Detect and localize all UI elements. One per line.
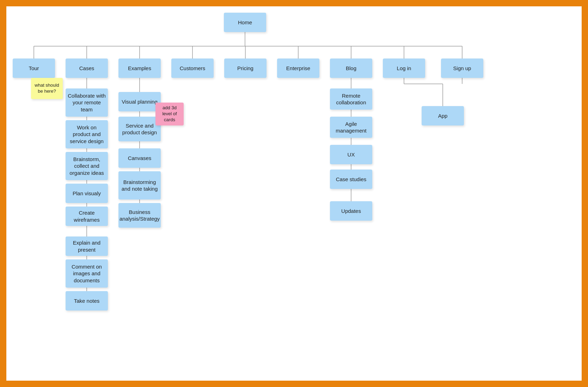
collab-card[interactable]: Collaborate with your remote team — [66, 88, 108, 117]
enterprise-card[interactable]: Enterprise — [277, 59, 319, 78]
brainstorm-collect-card[interactable]: Brainstorm, collect and organize ideas — [66, 152, 108, 180]
pricing-card[interactable]: Pricing — [224, 59, 267, 78]
comment-images-card[interactable]: Comment on images and documents — [66, 259, 108, 288]
case-studies-card[interactable]: Case studies — [330, 170, 372, 189]
cases-card[interactable]: Cases — [66, 59, 108, 78]
agile-mgmt-card[interactable]: Agile management — [330, 117, 372, 138]
explain-present-card[interactable]: Explain and present — [66, 236, 108, 256]
remote-collab-card[interactable]: Remote collaboration — [330, 88, 372, 110]
signup-card[interactable]: Sign up — [441, 59, 483, 78]
canvases-card[interactable]: Canvases — [118, 148, 161, 168]
login-card[interactable]: Log in — [383, 59, 425, 78]
sticky-what[interactable]: what should be here? — [31, 78, 63, 99]
business-analysis-card[interactable]: Business analysis/Strategy — [118, 203, 161, 228]
customers-card[interactable]: Customers — [171, 59, 214, 78]
visual-planning-card[interactable]: Visual planning — [118, 92, 161, 111]
ux-card[interactable]: UX — [330, 145, 372, 164]
plan-visually-card[interactable]: Plan visualy — [66, 184, 108, 203]
take-notes-card[interactable]: Take notes — [66, 291, 108, 311]
home-card[interactable]: Home — [224, 13, 266, 32]
service-product-card[interactable]: Service and product design — [118, 117, 161, 141]
examples-card[interactable]: Examples — [118, 59, 161, 78]
mindmap-canvas: Home Tour Cases Examples Customers Prici… — [6, 6, 582, 381]
sticky-add3d[interactable]: add 3d level of cards — [155, 103, 184, 125]
work-product-card[interactable]: Work on product and service design — [66, 120, 108, 148]
create-wireframes-card[interactable]: Create wireframes — [66, 207, 108, 226]
brainstorm-note-card[interactable]: Brainstorming and note taking — [118, 171, 161, 199]
app-card[interactable]: App — [422, 106, 464, 125]
blog-card[interactable]: Blog — [330, 59, 372, 78]
tour-card[interactable]: Tour — [13, 59, 55, 78]
updates-card[interactable]: Updates — [330, 201, 372, 221]
